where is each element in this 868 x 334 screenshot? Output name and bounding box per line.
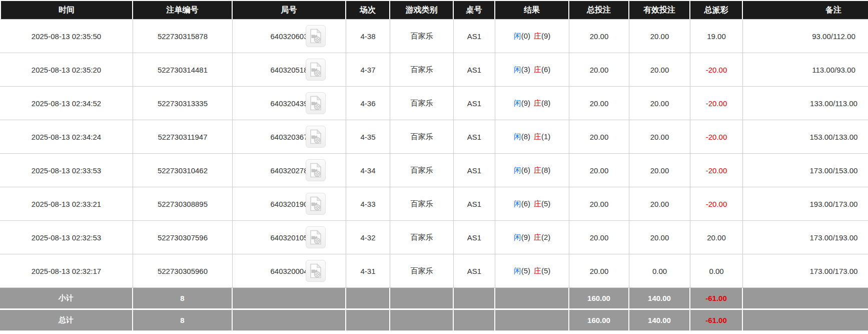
col-header-2: 局号 — [233, 0, 346, 20]
round-id: 640320518 — [270, 66, 308, 74]
summary-empty-round — [233, 288, 346, 310]
video-file-icon — [309, 163, 322, 178]
video-replay-button[interactable] — [306, 226, 326, 248]
cell-remark: 173.00/173.00 — [743, 254, 868, 288]
cell-total-bet: 20.00 — [569, 20, 629, 53]
table-row: 2025-08-13 02:33:21 522730308895 6403201… — [0, 187, 868, 221]
summary-empty-remark — [743, 310, 868, 332]
cell-total-bet: 20.00 — [569, 221, 629, 254]
video-file-icon — [309, 129, 322, 144]
cell-time: 2025-08-13 02:34:52 — [0, 87, 133, 120]
video-file-icon — [309, 96, 322, 111]
cell-table-no: AS1 — [454, 254, 495, 288]
col-header-4: 游戏类别 — [390, 0, 454, 20]
cell-round: 640320439 — [233, 87, 346, 120]
cell-session: 4-37 — [346, 53, 390, 87]
banker-score: (5) — [541, 199, 550, 208]
table-row: 2025-08-13 02:34:52 522730313335 6403204… — [0, 87, 868, 120]
table-row: 2025-08-13 02:34:24 522730311947 6403203… — [0, 120, 868, 154]
player-label: 闲 — [514, 233, 521, 241]
cell-time: 2025-08-13 02:32:53 — [0, 221, 133, 254]
player-score: (9) — [521, 99, 530, 107]
video-file-icon — [309, 62, 322, 77]
player-label: 闲 — [514, 166, 521, 174]
cell-session: 4-32 — [346, 221, 390, 254]
summary-empty-game — [390, 310, 454, 332]
summary-valid-bet: 140.00 — [629, 310, 690, 332]
table-row: 2025-08-13 02:33:53 522730310462 6403202… — [0, 154, 868, 187]
cell-remark: 173.00/193.00 — [743, 221, 868, 254]
video-replay-button[interactable] — [306, 260, 326, 282]
col-header-6: 结果 — [495, 0, 569, 20]
cell-time: 2025-08-13 02:34:24 — [0, 120, 133, 154]
summary-valid-bet: 140.00 — [629, 288, 690, 310]
col-header-9: 总派彩 — [690, 0, 743, 20]
cell-bet-id: 522730314481 — [133, 53, 233, 87]
cell-bet-id: 522730307596 — [133, 221, 233, 254]
video-file-icon — [309, 29, 322, 44]
round-id: 640320278 — [270, 166, 308, 175]
video-replay-button[interactable] — [306, 159, 326, 181]
banker-label: 庄 — [534, 132, 541, 141]
player-score: (0) — [521, 32, 530, 40]
cell-table-no: AS1 — [454, 120, 495, 154]
cell-game-type: 百家乐 — [390, 53, 454, 87]
table-row: 2025-08-13 02:35:50 522730315878 6403206… — [0, 20, 868, 53]
cell-remark: 173.00/153.00 — [743, 154, 868, 187]
cell-table-no: AS1 — [454, 154, 495, 187]
round-id: 640320190 — [270, 200, 308, 208]
summary-count: 8 — [133, 310, 233, 332]
cell-time: 2025-08-13 02:35:50 — [0, 20, 133, 53]
cell-table-no: AS1 — [454, 187, 495, 221]
cell-result: 闲(6)庄(8) — [495, 154, 569, 187]
cell-game-type: 百家乐 — [390, 221, 454, 254]
summary-label: 小计 — [0, 288, 133, 310]
cell-result: 闲(5)庄(5) — [495, 254, 569, 288]
col-header-7: 总投注 — [569, 0, 629, 20]
col-header-5: 桌号 — [454, 0, 495, 20]
round-id: 640320105 — [270, 233, 308, 242]
summary-total-bet: 160.00 — [569, 288, 629, 310]
summary-empty-round — [233, 310, 346, 332]
cell-valid-bet: 20.00 — [629, 120, 690, 154]
cell-total-payout: 0.00 — [690, 254, 743, 288]
cell-game-type: 百家乐 — [390, 187, 454, 221]
col-header-8: 有效投注 — [629, 0, 690, 20]
cell-bet-id: 522730311947 — [133, 120, 233, 154]
table-row: 2025-08-13 02:35:20 522730314481 6403205… — [0, 53, 868, 87]
video-replay-button[interactable] — [306, 126, 326, 148]
banker-score: (8) — [541, 166, 550, 174]
cell-session: 4-31 — [346, 254, 390, 288]
summary-empty-table — [454, 310, 495, 332]
cell-total-payout: -20.00 — [690, 120, 743, 154]
video-replay-button[interactable] — [306, 25, 326, 47]
cell-total-payout: -20.00 — [690, 187, 743, 221]
banker-label: 庄 — [534, 199, 541, 208]
banker-label: 庄 — [534, 65, 541, 74]
cell-total-bet: 20.00 — [569, 87, 629, 120]
cell-session: 4-35 — [346, 120, 390, 154]
player-score: (6) — [521, 166, 530, 174]
cell-bet-id: 522730310462 — [133, 154, 233, 187]
round-id: 640320004 — [270, 267, 308, 275]
cell-result: 闲(8)庄(1) — [495, 120, 569, 154]
cell-table-no: AS1 — [454, 53, 495, 87]
player-label: 闲 — [514, 32, 521, 40]
cell-bet-id: 522730315878 — [133, 20, 233, 53]
cell-remark: 153.00/133.00 — [743, 120, 868, 154]
cell-table-no: AS1 — [454, 87, 495, 120]
table-row: 2025-08-13 02:32:17 522730305960 6403200… — [0, 254, 868, 288]
cell-valid-bet: 0.00 — [629, 254, 690, 288]
cell-bet-id: 522730305960 — [133, 254, 233, 288]
summary-count: 8 — [133, 288, 233, 310]
video-replay-button[interactable] — [306, 193, 326, 215]
cell-valid-bet: 20.00 — [629, 53, 690, 87]
table-body: 2025-08-13 02:35:50 522730315878 6403206… — [0, 20, 868, 332]
summary-empty-table — [454, 288, 495, 310]
cell-time: 2025-08-13 02:35:20 — [0, 53, 133, 87]
video-replay-button[interactable] — [306, 92, 326, 114]
banker-score: (1) — [541, 132, 550, 141]
summary-total-payout: -61.00 — [690, 310, 743, 332]
cell-result: 闲(9)庄(2) — [495, 221, 569, 254]
video-replay-button[interactable] — [306, 59, 326, 81]
